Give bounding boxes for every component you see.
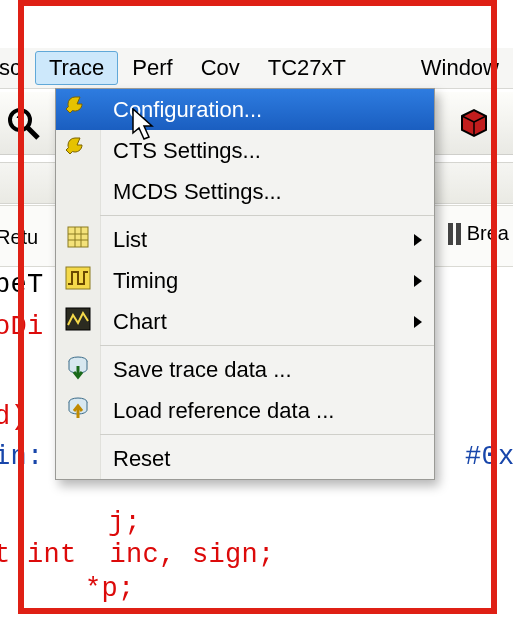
chart-icon xyxy=(65,307,91,337)
menu-item-reset[interactable]: Reset xyxy=(56,438,434,479)
menu-item-label: MCDS Settings... xyxy=(101,179,434,205)
chevron-right-icon xyxy=(414,234,422,246)
return-button-clip[interactable]: Retu xyxy=(0,226,38,249)
menu-cov[interactable]: Cov xyxy=(187,51,254,85)
chevron-right-icon xyxy=(414,275,422,287)
break-button-clip[interactable]: Brea xyxy=(448,222,509,245)
menu-item-label: Chart xyxy=(101,309,434,335)
menu-separator xyxy=(100,345,434,346)
menu-item-configuration[interactable]: Configuration... xyxy=(56,89,434,130)
menu-item-label: Save trace data ... xyxy=(101,357,434,383)
menu-item-label: Configuration... xyxy=(101,97,434,123)
menu-item-list[interactable]: List xyxy=(56,219,434,260)
menu-item-chart[interactable]: Chart xyxy=(56,301,434,342)
timing-icon xyxy=(65,266,91,296)
menu-item-label: Load reference data ... xyxy=(101,398,434,424)
code-fragment-right: #0x1 xyxy=(465,438,513,476)
code-fragment: d) xyxy=(0,398,27,436)
app-window: isc Trace Perf Cov TC27xT Window ? Retu xyxy=(0,0,513,621)
menu-item-mcds-settings[interactable]: MCDS Settings... xyxy=(56,171,434,212)
menu-item-save-trace[interactable]: Save trace data ... xyxy=(56,349,434,390)
svg-text:?: ? xyxy=(16,112,25,128)
grid-icon xyxy=(66,225,90,255)
load-db-icon xyxy=(65,395,91,427)
menu-trace[interactable]: Trace xyxy=(35,51,118,85)
help-icon[interactable]: ? xyxy=(4,104,42,148)
save-db-icon xyxy=(65,354,91,386)
menu-item-load-reference[interactable]: Load reference data ... xyxy=(56,390,434,431)
menu-misc[interactable]: isc xyxy=(0,51,35,85)
code-fragment: oDi xyxy=(0,308,44,346)
menu-perf[interactable]: Perf xyxy=(118,51,186,85)
svg-rect-7 xyxy=(68,227,88,247)
menu-item-label: CTS Settings... xyxy=(101,138,434,164)
menu-item-label: Reset xyxy=(101,446,434,472)
menu-item-timing[interactable]: Timing xyxy=(56,260,434,301)
menubar: isc Trace Perf Cov TC27xT Window xyxy=(0,48,513,89)
menu-separator xyxy=(100,434,434,435)
stop-icon[interactable] xyxy=(457,106,491,146)
menu-window[interactable]: Window xyxy=(407,51,513,85)
break-label: Brea xyxy=(467,222,509,245)
pause-icon xyxy=(448,223,461,245)
code-fragment: *p; xyxy=(85,570,135,608)
code-fragment: t int inc, sign; xyxy=(0,536,275,574)
code-fragment: in: xyxy=(0,438,44,476)
menu-item-label: Timing xyxy=(101,268,434,294)
menu-separator xyxy=(100,215,434,216)
chevron-right-icon xyxy=(414,316,422,328)
menu-tc27xt[interactable]: TC27xT xyxy=(254,51,360,85)
menu-item-cts-settings[interactable]: CTS Settings... xyxy=(56,130,434,171)
svg-line-1 xyxy=(27,127,38,138)
menu-item-label: List xyxy=(101,227,434,253)
wrench-icon xyxy=(65,135,91,167)
trace-dropdown: Configuration... CTS Settings... MCDS Se… xyxy=(55,88,435,480)
code-fragment: beT xyxy=(0,266,44,304)
wrench-icon xyxy=(65,94,91,126)
